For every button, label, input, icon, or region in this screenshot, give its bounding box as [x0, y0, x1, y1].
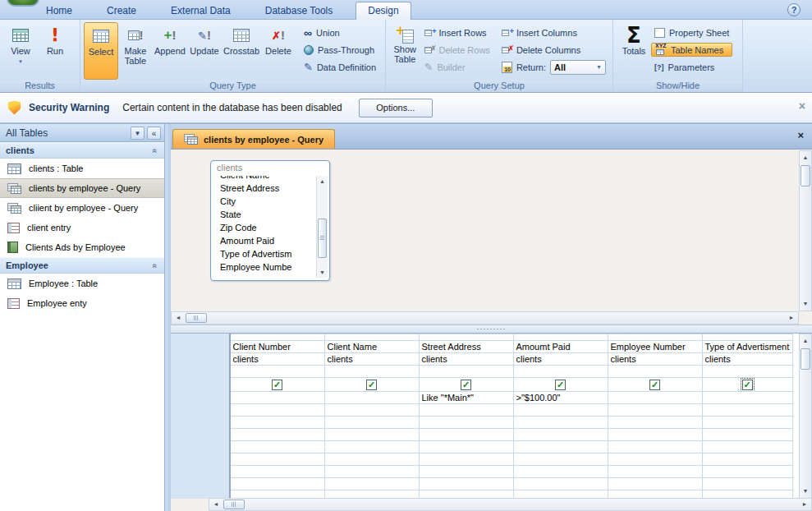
grid-empty-cell[interactable] [702, 478, 792, 490]
grid-empty-cell[interactable] [230, 466, 324, 478]
append-button[interactable]: +! Append [153, 22, 187, 80]
grid-field-cell[interactable]: Client Name [324, 341, 419, 353]
scroll-right-icon[interactable]: ► [799, 499, 810, 509]
grid-empty-cell[interactable] [230, 453, 324, 466]
help-icon[interactable]: ? [787, 3, 801, 16]
grid-empty-cell[interactable] [324, 417, 419, 429]
grid-empty-cell[interactable] [513, 417, 608, 429]
grid-empty-cell[interactable] [513, 441, 608, 453]
grid-or-cell[interactable] [608, 404, 702, 417]
grid-empty-cell[interactable] [513, 478, 608, 490]
field-list-clients[interactable]: clients Client Name Street Address City … [210, 160, 330, 281]
sidebar-item-employee-enty[interactable]: Employee enty [0, 293, 164, 313]
top-pane-vscrollbar[interactable]: ▲ ▼ [799, 150, 812, 311]
grid-field-cell[interactable]: Client Number [230, 341, 324, 353]
grid-or-cell[interactable] [230, 404, 324, 417]
update-button[interactable]: ✎! Update [187, 22, 222, 80]
grid-empty-cell[interactable] [419, 453, 513, 466]
grid-empty-cell[interactable] [419, 466, 513, 478]
grid-criteria-cell[interactable]: Like "*Main*" [419, 392, 513, 404]
sidebar-item-clients-table[interactable]: clients : Table [0, 159, 164, 178]
field-list-item[interactable]: State [213, 208, 328, 221]
tab-design[interactable]: Design [356, 2, 411, 20]
grid-sort-cell[interactable] [702, 366, 792, 378]
tab-create[interactable]: Create [95, 2, 148, 20]
parameters-button[interactable]: [?] Parameters [651, 60, 732, 74]
pass-through-button[interactable]: Pass-Through [300, 43, 379, 57]
scroll-down-icon[interactable]: ▼ [801, 486, 810, 497]
grid-sort-cell[interactable] [513, 366, 608, 378]
grid-criteria-cell[interactable]: >"$100.00" [513, 392, 608, 404]
grid-criteria-cell[interactable] [702, 392, 792, 404]
grid-empty-cell[interactable] [324, 466, 419, 478]
grid-empty-cell[interactable] [608, 429, 702, 441]
document-tab-clients-by-employee[interactable]: clients by employee - Query [172, 129, 335, 149]
sidebar-item-clients-ads-by-employee[interactable]: Clients Ads by Employee [0, 237, 164, 257]
grid-empty-cell[interactable] [230, 417, 324, 429]
pane-splitter[interactable]: ········· [171, 325, 812, 334]
grid-sort-cell[interactable] [608, 366, 702, 378]
collapse-group-icon[interactable]: « [151, 148, 160, 153]
grid-empty-cell[interactable] [608, 466, 702, 478]
scrollbar-thumb[interactable] [186, 313, 207, 323]
show-checkbox[interactable]: ✓ [649, 380, 660, 390]
return-dropdown-icon[interactable]: ▼ [596, 64, 602, 70]
field-list-item-clipped[interactable]: Client Name [213, 176, 328, 182]
grid-empty-cell[interactable] [419, 417, 513, 429]
show-checkbox[interactable]: ✓ [461, 380, 471, 390]
grid-sort-cell[interactable] [230, 366, 324, 378]
grid-table-cell[interactable]: clients [324, 353, 419, 366]
field-list-title[interactable]: clients [211, 161, 329, 176]
grid-empty-cell[interactable] [419, 429, 513, 441]
grid-empty-cell[interactable] [419, 441, 513, 453]
grid-criteria-cell[interactable] [230, 392, 324, 404]
insert-columns-button[interactable]: + Insert Columns [498, 25, 609, 39]
grid-empty-cell[interactable] [230, 478, 324, 490]
security-close-icon[interactable]: × [799, 99, 805, 113]
grid-or-cell[interactable] [702, 404, 792, 417]
grid-empty-cell[interactable] [513, 429, 608, 441]
grid-empty-cell[interactable] [702, 466, 792, 478]
grid-empty-cell[interactable] [419, 478, 513, 490]
grid-criteria-cell[interactable] [324, 392, 419, 404]
grid-criteria-cell[interactable] [608, 392, 702, 404]
grid-sort-cell[interactable] [324, 366, 419, 378]
data-definition-button[interactable]: ✎ Data Definition [300, 60, 379, 74]
office-button[interactable] [7, 0, 39, 7]
collapse-group-icon[interactable]: « [151, 263, 160, 268]
field-list-item[interactable]: Employee Numbe [213, 260, 328, 274]
field-list-item[interactable]: Zip Code [213, 221, 328, 234]
property-sheet-button[interactable]: Property Sheet [651, 25, 732, 39]
field-list-item[interactable]: Amoumt Paid [213, 234, 328, 247]
grid-hscrollbar[interactable]: ◄ ► [209, 498, 812, 511]
delete-rows-button[interactable]: ✗ Delete Rows [421, 43, 498, 57]
totals-button[interactable]: Σ Totals [617, 22, 651, 80]
shutter-bar-close-icon[interactable]: « [147, 127, 161, 140]
grid-empty-cell[interactable] [702, 453, 792, 466]
grid-table-cell[interactable]: clients [702, 353, 792, 366]
return-select[interactable]: All ▼ [550, 60, 606, 75]
grid-empty-cell[interactable] [230, 429, 324, 441]
grid-empty-cell[interactable] [324, 429, 419, 441]
show-checkbox[interactable]: ✓ [272, 380, 282, 390]
show-checkbox[interactable]: ✓ [742, 380, 753, 390]
builder-button[interactable]: ✎ Builder [421, 60, 498, 74]
field-list-scrollbar[interactable]: ▲ ▼ [316, 176, 328, 278]
grid-table-cell[interactable]: clients [608, 353, 702, 366]
grid-empty-cell[interactable] [608, 478, 702, 490]
grid-empty-cell[interactable] [608, 441, 702, 453]
grid-or-cell[interactable] [513, 404, 608, 417]
grid-empty-cell[interactable] [324, 478, 419, 490]
scroll-up-icon[interactable]: ▲ [801, 335, 810, 347]
tab-external-data[interactable]: External Data [159, 2, 242, 20]
insert-rows-button[interactable]: + Insert Rows [421, 25, 498, 39]
grid-empty-cell[interactable] [513, 466, 608, 478]
grid-vscrollbar[interactable]: ▲ ▼ [799, 334, 812, 499]
scroll-left-icon[interactable]: ◄ [172, 313, 184, 323]
grid-table-cell[interactable]: clients [230, 353, 324, 366]
grid-empty-cell[interactable] [324, 453, 419, 466]
navigation-pane-header[interactable]: All Tables ▼ « [0, 124, 164, 142]
delete-query-button[interactable]: ✗! Delete [261, 22, 296, 80]
scroll-down-icon[interactable]: ▼ [317, 267, 328, 278]
scroll-up-icon[interactable]: ▲ [801, 152, 810, 163]
